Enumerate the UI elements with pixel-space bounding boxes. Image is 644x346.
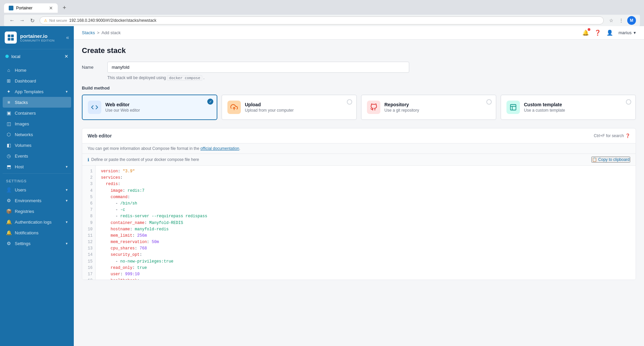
dashboard-icon: ⊞ [6, 78, 11, 83]
chevron-down-icon: ▾ [66, 165, 68, 169]
env-item-local[interactable]: local ✕ [3, 51, 71, 61]
tab-close-button[interactable]: ✕ [49, 5, 53, 11]
sidebar-item-app-templates[interactable]: ✦ App Templates ▾ [3, 86, 71, 97]
sidebar-item-notifications[interactable]: 🔔 Notifications [3, 227, 71, 238]
browser-tab-active[interactable]: Portainer ✕ [4, 3, 58, 13]
web-editor-section: Web editor Ctrl+F for search ❓ You can g… [82, 128, 636, 280]
copy-to-clipboard-button[interactable]: 📋 Copy to clipboard [591, 157, 630, 163]
line-numbers: 12345678910111213141516171819202122 [82, 166, 96, 280]
app-templates-icon: ✦ [6, 89, 11, 94]
environments-icon: ⚙ [6, 198, 11, 203]
web-editor-icon [88, 101, 101, 114]
editor-info-bar: ℹ Define or paste the content of your do… [82, 154, 636, 166]
build-method-upload[interactable]: Upload Upload from your computer [221, 95, 357, 120]
breadcrumb-parent[interactable]: Stacks [82, 30, 95, 35]
sidebar-item-label: Registries [15, 209, 34, 214]
sidebar-item-label: Notifications [15, 230, 39, 235]
sidebar-item-label: Stacks [15, 100, 28, 105]
svg-rect-0 [8, 35, 10, 37]
account-icon[interactable]: 👤 [606, 30, 613, 36]
svg-rect-1 [11, 35, 14, 37]
sidebar-item-label: Users [15, 187, 26, 192]
build-method-repository[interactable]: Repository Use a git repository [361, 95, 496, 120]
sidebar-item-host[interactable]: ⬒ Host ▾ [3, 161, 71, 172]
chevron-down-icon: ▾ [66, 188, 68, 192]
custom-template-text: Custom template Use a custom template [524, 102, 565, 113]
sidebar-item-volumes[interactable]: ◧ Volumes [3, 140, 71, 151]
editor-info-text: Define or paste the content of your dock… [91, 157, 199, 162]
sidebar-logo: portainer.io COMMUNITY EDITION « [0, 26, 74, 49]
name-label: Name [82, 65, 102, 70]
sidebar-item-stacks[interactable]: ≡ Stacks [3, 97, 71, 108]
sidebar-nav: ⌂ Home ⊞ Dashboard ✦ App Templates ▾ ≡ S… [0, 63, 74, 346]
sidebar-item-events[interactable]: ◷ Events [3, 151, 71, 161]
back-button[interactable]: ← [8, 16, 16, 24]
sidebar-item-label: Home [15, 68, 26, 73]
sidebar: portainer.io COMMUNITY EDITION « local ✕… [0, 26, 74, 346]
official-doc-link[interactable]: official documentation [200, 146, 239, 151]
top-bar-actions: 🔔 ❓ 👤 marius ▾ [582, 30, 636, 36]
svg-rect-5 [511, 105, 516, 110]
chevron-down-icon: ▾ [66, 198, 68, 203]
notifications-bell-icon[interactable]: 🔔 [582, 30, 589, 36]
help-icon[interactable]: ❓ [594, 30, 601, 36]
tab-favicon [9, 6, 13, 10]
logo-sub: COMMUNITY EDITION [20, 39, 55, 42]
build-method-web-editor[interactable]: ✓ Web editor Use our Web editor [82, 95, 217, 120]
svg-rect-3 [11, 38, 14, 41]
stack-name-input[interactable] [107, 62, 409, 73]
code-editor[interactable]: 12345678910111213141516171819202122 vers… [82, 166, 636, 280]
events-icon: ◷ [6, 153, 11, 159]
sidebar-item-auth-logs[interactable]: 🔔 Authentication logs ▾ [3, 217, 71, 227]
chevron-down-icon: ▾ [66, 90, 68, 94]
sidebar-item-label: Host [15, 164, 24, 169]
sidebar-item-dashboard[interactable]: ⊞ Dashboard [3, 75, 71, 86]
editor-section-title: Web editor [88, 133, 112, 138]
sidebar-collapse-button[interactable]: « [66, 35, 69, 41]
sidebar-item-environments[interactable]: ⚙ Environments ▾ [3, 195, 71, 206]
sidebar-item-label: Images [15, 121, 29, 126]
env-section: local ✕ [0, 49, 74, 63]
sidebar-item-label: Authentication logs [15, 220, 52, 225]
auth-logs-icon: 🔔 [6, 219, 11, 225]
breadcrumb-separator: > [97, 30, 100, 35]
sidebar-item-settings[interactable]: ⚙ Settings ▾ [3, 238, 71, 249]
logo-name: portainer.io [20, 33, 55, 39]
extensions-button[interactable]: ⋮ [617, 16, 625, 24]
new-tab-button[interactable]: + [58, 3, 70, 13]
bookmark-button[interactable]: ☆ [607, 16, 615, 24]
repository-icon [367, 101, 380, 114]
app-layout: portainer.io COMMUNITY EDITION « local ✕… [0, 26, 644, 346]
upload-icon [227, 101, 241, 114]
sidebar-item-networks[interactable]: ⬡ Networks [3, 129, 71, 140]
custom-template-title: Custom template [524, 102, 565, 107]
web-editor-title: Web editor [105, 102, 140, 107]
address-bar[interactable]: ⚠ Not secure 192.168.0.240:9000/#!/2/doc… [40, 16, 604, 24]
forward-button[interactable]: → [18, 16, 26, 24]
code-content[interactable]: version: "3.9"services: redis: image: re… [96, 166, 636, 280]
sidebar-item-label: Volumes [15, 143, 32, 148]
sidebar-item-users[interactable]: 👤 Users ▾ [3, 184, 71, 195]
networks-icon: ⬡ [6, 132, 11, 137]
sidebar-item-label: Containers [15, 111, 36, 116]
username-label: marius [619, 30, 632, 35]
security-icon: ⚠ [44, 18, 47, 23]
sidebar-item-images[interactable]: ◫ Images [3, 118, 71, 129]
sidebar-item-home[interactable]: ⌂ Home [3, 65, 71, 75]
repository-title: Repository [384, 102, 419, 107]
chevron-down-icon: ▾ [66, 220, 68, 224]
profile-icon[interactable]: M [627, 16, 636, 25]
build-method-custom-template[interactable]: Custom template Use a custom template [500, 95, 636, 120]
host-icon: ⬒ [6, 164, 11, 169]
copy-label: Copy to clipboard [598, 157, 630, 162]
chevron-down-icon: ▾ [66, 241, 68, 246]
top-bar: Stacks > Add stack 🔔 ❓ 👤 marius ▾ [74, 26, 644, 40]
env-close-button[interactable]: ✕ [64, 54, 68, 59]
user-menu-chevron: ▾ [634, 30, 636, 35]
reload-button[interactable]: ↻ [28, 16, 36, 24]
notifications-icon: 🔔 [6, 230, 11, 235]
user-menu[interactable]: marius ▾ [619, 30, 636, 35]
content-area: Create stack Name This stack will be dep… [74, 40, 644, 287]
sidebar-item-registries[interactable]: 📦 Registries [3, 206, 71, 217]
sidebar-item-containers[interactable]: ▣ Containers [3, 108, 71, 118]
